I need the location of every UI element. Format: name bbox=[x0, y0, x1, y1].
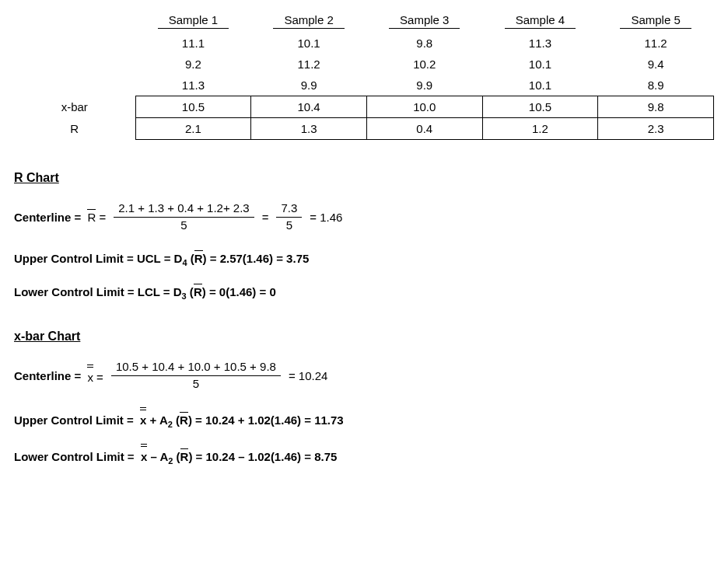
xbar-row: x-bar 10.510.410.010.59.8 bbox=[14, 96, 714, 118]
col-header: Sample 3 bbox=[366, 9, 482, 33]
r-chart-title: R Chart bbox=[14, 171, 714, 185]
r-lcl: Lower Control Limit = LCL = D3 (R) = 0(1… bbox=[14, 285, 714, 298]
table-corner bbox=[14, 9, 135, 33]
col-header: Sample 2 bbox=[251, 9, 367, 33]
table-row: 11.39.99.910.18.9 bbox=[14, 75, 714, 96]
r-row: R 2.11.30.41.22.3 bbox=[14, 118, 714, 140]
col-header: Sample 1 bbox=[135, 9, 251, 33]
r-centerline: Centerline = R = 2.1 + 1.3 + 0.4 + 1.2+ … bbox=[14, 202, 714, 232]
x-lcl: Lower Control Limit = x – A2 (R) = 10.24… bbox=[14, 447, 714, 463]
col-header: Sample 5 bbox=[598, 9, 714, 33]
xbar-chart-title: x-bar Chart bbox=[14, 330, 714, 344]
x-centerline: Centerline = x = 10.5 + 10.4 + 10.0 + 10… bbox=[14, 361, 714, 390]
col-header: Sample 4 bbox=[482, 9, 598, 33]
x-ucl: Upper Control Limit = x + A2 (R) = 10.24… bbox=[14, 410, 714, 427]
r-ucl: Upper Control Limit = UCL = D4 (R) = 2.5… bbox=[14, 252, 714, 265]
table-row: 9.211.210.210.19.4 bbox=[14, 54, 714, 75]
sample-data-table: Sample 1 Sample 2 Sample 3 Sample 4 Samp… bbox=[14, 9, 714, 140]
table-row: 11.110.19.811.311.2 bbox=[14, 33, 714, 54]
